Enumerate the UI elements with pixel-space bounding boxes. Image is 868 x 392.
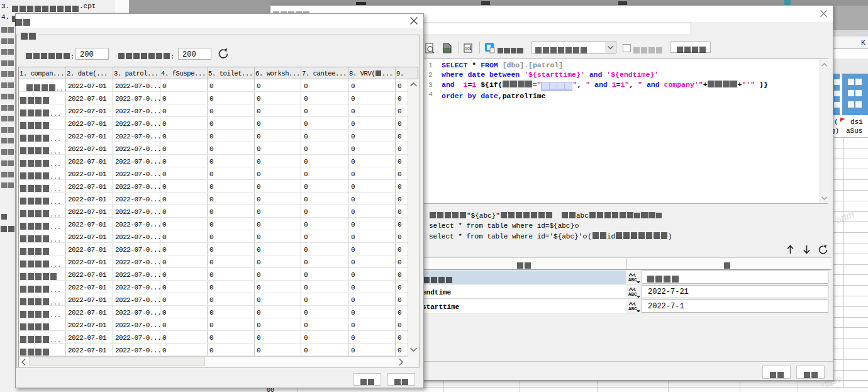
svg-text:ABC: ABC: [628, 277, 637, 283]
svg-text:ABC: ABC: [628, 306, 637, 311]
svg-text:ABC: ABC: [628, 292, 637, 297]
